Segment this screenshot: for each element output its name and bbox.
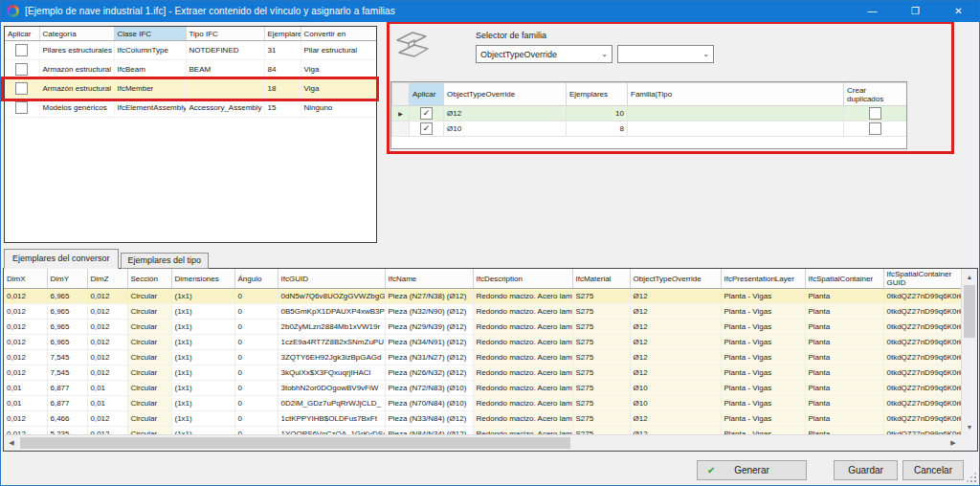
- scrollbar-corner: [961, 434, 977, 451]
- beam-icon: [394, 29, 431, 61]
- family-column-header[interactable]: Crear duplicados: [844, 83, 907, 106]
- horizontal-scrollbar[interactable]: ◀ ▶: [4, 434, 961, 451]
- instance-column-header[interactable]: IfcGUID: [278, 269, 385, 289]
- category-row[interactable]: Armazón estructural IfcMember 18 Viga: [5, 79, 377, 99]
- family-selector-label: Selector de familia: [476, 31, 546, 40]
- instance-row[interactable]: 0,0127,5450,012Circular(1x1)03ZQTY6EH92J…: [4, 350, 961, 365]
- tab-bar: Ejemplares del conversor Ejemplares del …: [4, 250, 209, 269]
- tab-ejemplares-del-conversor[interactable]: Ejemplares del conversor: [4, 249, 119, 269]
- instance-column-header[interactable]: Dimensiones: [171, 269, 234, 289]
- apply-checkbox[interactable]: [420, 107, 433, 120]
- instance-column-header[interactable]: Ángulo: [234, 269, 278, 289]
- instance-column-header[interactable]: DimZ: [87, 269, 127, 289]
- category-column-header[interactable]: Aplicar: [5, 27, 39, 41]
- category-column-header[interactable]: Tipo IFC: [186, 27, 264, 41]
- horizontal-scrollbar-thumb[interactable]: [20, 437, 570, 449]
- cancelar-button-label: Cancelar: [914, 465, 952, 475]
- apply-checkbox[interactable]: [15, 44, 28, 56]
- chevron-down-icon: ⌄: [597, 50, 612, 58]
- category-column-header[interactable]: Convertir en: [301, 27, 377, 41]
- maximize-button[interactable]: ❐: [894, 0, 937, 22]
- family-column-header[interactable]: Ejemplares: [567, 83, 628, 106]
- category-row[interactable]: Pilares estructurales IfcColumnType NOTD…: [5, 41, 377, 60]
- category-table: AplicarCategoríaClase IFCTipo IFCEjempla…: [4, 26, 377, 243]
- check-icon: ✔: [707, 465, 715, 475]
- row-selector: ▶: [392, 106, 410, 122]
- family-row[interactable]: ▶ Ø12 10: [392, 106, 907, 122]
- vertical-scrollbar[interactable]: ▲ ▼: [961, 269, 977, 434]
- category-column-header[interactable]: Clase IFC: [114, 27, 186, 41]
- family-row[interactable]: Ø10 8: [392, 122, 907, 137]
- instance-row[interactable]: 0,0126,9650,012Circular(1x1)02b0ZyMLzn28…: [4, 320, 961, 335]
- family-grid: AplicarObjectTypeOverrideEjemplaresFamil…: [390, 81, 907, 149]
- guardar-button-label: Guardar: [848, 465, 883, 475]
- apply-checkbox[interactable]: [15, 101, 28, 114]
- family-dropdown[interactable]: ⌄: [617, 45, 714, 63]
- scroll-down-icon[interactable]: ▼: [962, 419, 977, 434]
- instance-column-header[interactable]: DimX: [4, 269, 47, 289]
- apply-checkbox[interactable]: [420, 122, 433, 135]
- instance-row[interactable]: 0,0126,9650,012Circular(1x1)01czE9a4RT7Z…: [4, 335, 961, 350]
- instance-column-header[interactable]: Sección: [127, 269, 171, 289]
- vertical-scrollbar-thumb[interactable]: [964, 285, 975, 338]
- window-title: [Ejemplo de nave industrial 1.ifc] - Ext…: [25, 6, 395, 16]
- instance-column-header[interactable]: IfcName: [385, 269, 473, 289]
- instance-row[interactable]: 0,0126,9650,012Circular(1x1)00dN5w7Q6v8U…: [4, 289, 961, 304]
- instance-row[interactable]: 0,0126,9650,012Circular(1x1)00B5GmKpX1DP…: [4, 304, 961, 320]
- scroll-up-icon[interactable]: ▲: [962, 269, 977, 284]
- scroll-left-icon[interactable]: ◀: [4, 435, 19, 451]
- instance-row[interactable]: 0,0127,5450,012Circular(1x1)03kQuiXx$X3F…: [4, 365, 961, 381]
- instance-column-header[interactable]: ObjectTypeOverride: [630, 269, 721, 289]
- crear-duplicados-checkbox[interactable]: [869, 107, 881, 120]
- category-column-header[interactable]: Ejemplares: [264, 27, 301, 41]
- instance-column-header[interactable]: DimY: [47, 269, 87, 289]
- generar-button-label: Generar: [734, 465, 769, 475]
- app-icon: [7, 5, 19, 17]
- generar-button[interactable]: ✔ Generar: [697, 460, 807, 480]
- family-column-header[interactable]: ObjectTypeOverride: [444, 83, 567, 106]
- apply-checkbox[interactable]: [15, 63, 28, 76]
- row-header: [392, 83, 410, 106]
- instance-column-header[interactable]: IfcSpatialContainer: [805, 269, 883, 289]
- instance-column-header[interactable]: IfcMaterial: [572, 269, 630, 289]
- titlebar: [Ejemplo de nave industrial 1.ifc] - Ext…: [0, 0, 980, 22]
- instance-column-header[interactable]: IfcSpatialContainer GUID: [883, 269, 961, 289]
- guardar-button[interactable]: Guardar: [834, 460, 898, 480]
- category-row[interactable]: Armazón estructural IfcBeam BEAM 84 Viga: [5, 60, 377, 79]
- cancelar-button[interactable]: Cancelar: [902, 460, 964, 480]
- instance-row[interactable]: 0,016,8770,01Circular(1x1)00D2iM_GDz7uPq…: [4, 396, 961, 411]
- chevron-down-icon: ⌄: [699, 50, 713, 58]
- mode-dropdown-value: ObjectTypeOverride: [477, 50, 597, 59]
- instance-row[interactable]: 0,016,8770,01Circular(1x1)03tobhN2or0DOg…: [4, 381, 961, 396]
- instances-table: DimXDimYDimZSecciónDimensionesÁnguloIfcG…: [3, 268, 978, 452]
- instance-column-header[interactable]: IfcPresentationLayer: [721, 269, 805, 289]
- tab-ejemplares-del-tipo[interactable]: Ejemplares del tipo: [121, 253, 210, 269]
- footer-bar: ✔ Generar Guardar Cancelar: [0, 455, 980, 486]
- family-selector-panel: Selector de familia ObjectTypeOverride ⌄…: [387, 21, 954, 154]
- instance-row[interactable]: 0,0126,4660,012Circular(1x1)01ctKPPYIHB$…: [4, 411, 961, 427]
- instance-row[interactable]: 0,0125,2350,012Circular(1x1)01YOOPS6VnCz…: [4, 427, 961, 435]
- apply-checkbox[interactable]: [15, 82, 28, 95]
- crear-duplicados-checkbox[interactable]: [869, 122, 881, 135]
- mode-dropdown[interactable]: ObjectTypeOverride ⌄: [476, 45, 612, 63]
- category-column-header[interactable]: Categoría: [39, 27, 114, 41]
- family-column-header[interactable]: Familia|Tipo: [628, 83, 844, 106]
- instance-column-header[interactable]: IfcDescription: [473, 269, 572, 289]
- category-row[interactable]: Modelos genéricos IfcElementAssembly Acc…: [5, 99, 377, 118]
- minimize-button[interactable]: —: [851, 0, 894, 22]
- row-selector: [392, 122, 410, 137]
- scroll-right-icon[interactable]: ▶: [946, 435, 961, 451]
- close-button[interactable]: ✕: [937, 0, 980, 22]
- resize-grip[interactable]: [974, 480, 976, 482]
- family-column-header[interactable]: Aplicar: [410, 83, 444, 106]
